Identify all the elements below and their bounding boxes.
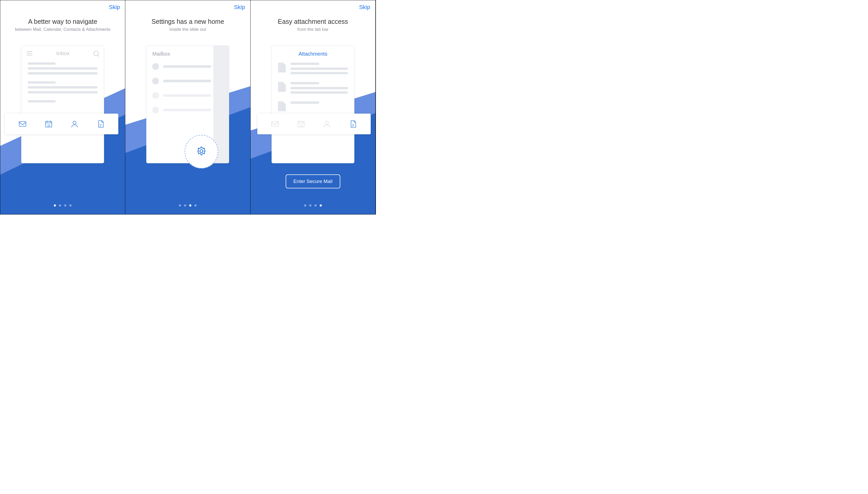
page-dot bbox=[64, 205, 66, 207]
file-pdf-icon bbox=[278, 63, 286, 73]
attachments-mock-card: Attachments bbox=[271, 45, 354, 163]
calendar-day: 19 bbox=[47, 124, 50, 127]
mail-icon[interactable] bbox=[18, 119, 27, 129]
attachments-file-icon[interactable] bbox=[348, 119, 358, 129]
page-dot bbox=[304, 205, 306, 207]
page-title: Easy attachment access bbox=[250, 18, 375, 25]
skip-button[interactable]: Skip bbox=[109, 4, 120, 11]
headings: Easy attachment access from the tab bar bbox=[250, 18, 375, 32]
search-icon bbox=[93, 51, 99, 56]
attachment-row bbox=[272, 96, 354, 111]
gear-icon[interactable] bbox=[195, 145, 207, 158]
onboarding-panel-1: Skip A better way to navigate between Ma… bbox=[0, 0, 125, 214]
svg-rect-0 bbox=[19, 121, 26, 126]
settings-highlight-circle bbox=[185, 135, 218, 169]
page-indicator bbox=[304, 205, 322, 207]
headings: A better way to navigate between Mail, C… bbox=[0, 18, 125, 32]
page-dot bbox=[309, 205, 312, 207]
calendar-day: 19 bbox=[300, 124, 302, 127]
feature-tabbar: 19 bbox=[257, 114, 371, 134]
page-title: A better way to navigate bbox=[0, 18, 125, 25]
enter-secure-mail-button[interactable]: Enter Secure Mail bbox=[285, 174, 340, 188]
page-dot bbox=[194, 205, 196, 207]
svg-point-4 bbox=[200, 150, 203, 153]
page-dot bbox=[59, 205, 61, 207]
page-title: Settings has a new home bbox=[125, 18, 250, 25]
attachment-row bbox=[272, 57, 354, 76]
page-indicator bbox=[54, 205, 72, 207]
onboarding-panel-2: Skip Settings has a new home inside the … bbox=[125, 0, 250, 214]
page-dot bbox=[69, 205, 72, 207]
page-dot bbox=[54, 205, 56, 207]
svg-rect-5 bbox=[271, 121, 278, 126]
mock-content-skeleton bbox=[21, 61, 104, 107]
page-dot bbox=[189, 205, 191, 207]
page-dot bbox=[179, 205, 181, 207]
calendar-icon[interactable]: 19 bbox=[44, 119, 53, 129]
page-subtitle: between Mail, Calendar, Contacts & Attac… bbox=[0, 27, 125, 32]
page-subtitle: inside the slide out bbox=[125, 27, 250, 32]
hamburger-icon bbox=[27, 51, 32, 55]
page-dot bbox=[320, 205, 322, 207]
calendar-icon[interactable]: 19 bbox=[297, 119, 306, 129]
file-image-icon bbox=[278, 82, 286, 92]
inbox-mock-card: Inbox bbox=[21, 45, 104, 163]
skip-button[interactable]: Skip bbox=[234, 4, 245, 11]
svg-point-7 bbox=[325, 121, 328, 124]
attachments-title: Attachments bbox=[272, 46, 354, 57]
page-subtitle: from the tab bar bbox=[250, 27, 375, 32]
attachment-row bbox=[272, 76, 354, 96]
mock-header: Inbox bbox=[21, 46, 104, 61]
contacts-icon[interactable] bbox=[322, 119, 332, 129]
page-dot bbox=[315, 205, 317, 207]
headings: Settings has a new home inside the slide… bbox=[125, 18, 250, 32]
onboarding-panel-3: Skip Easy attachment access from the tab… bbox=[250, 0, 376, 214]
mock-title: Inbox bbox=[32, 50, 93, 56]
attachments-file-icon[interactable] bbox=[96, 119, 105, 129]
file-generic-icon bbox=[278, 101, 286, 111]
page-indicator bbox=[179, 205, 196, 207]
contacts-icon[interactable] bbox=[70, 119, 79, 129]
mailbox-label: Mailbox bbox=[152, 51, 211, 57]
feature-tabbar: 19 bbox=[5, 114, 118, 134]
page-dot bbox=[184, 205, 186, 207]
svg-point-2 bbox=[73, 121, 76, 124]
skip-button[interactable]: Skip bbox=[359, 4, 370, 11]
mail-icon[interactable] bbox=[270, 119, 280, 129]
